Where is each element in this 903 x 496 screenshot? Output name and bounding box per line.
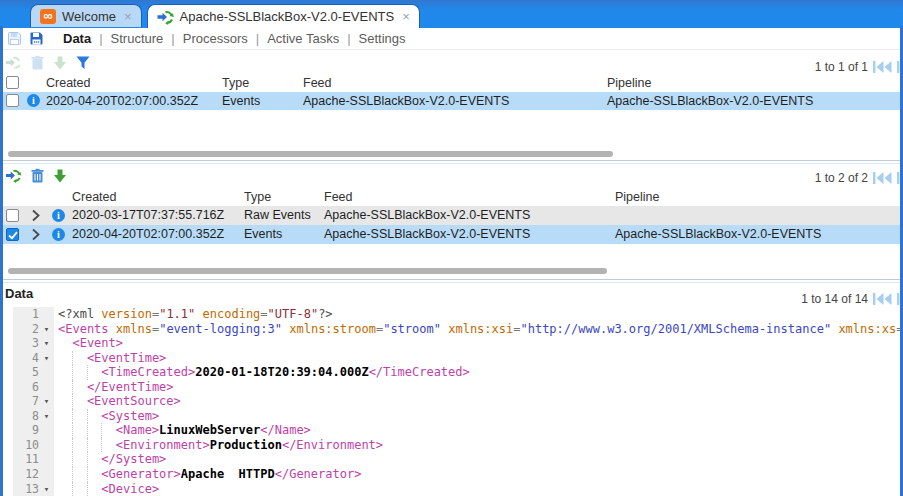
line-number: 12 bbox=[13, 467, 39, 482]
code-token: <EventTime> bbox=[87, 351, 166, 366]
indent-guide bbox=[87, 482, 101, 496]
info-icon[interactable]: i bbox=[27, 94, 40, 107]
info-icon[interactable]: i bbox=[52, 209, 65, 222]
indent-guide bbox=[87, 365, 101, 380]
fold-spacer bbox=[39, 452, 54, 467]
fold-spacer bbox=[39, 365, 54, 380]
menu-item-structure[interactable]: Structure bbox=[111, 31, 164, 46]
line-gutter: 6 bbox=[13, 380, 54, 395]
source-pane-pager: 1 to 1 of 1 bbox=[815, 60, 903, 74]
fold-toggle-icon[interactable]: ▾ bbox=[39, 482, 54, 496]
menu-item-processors[interactable]: Processors bbox=[183, 31, 248, 46]
indent-guide bbox=[87, 423, 101, 438]
table-row[interactable]: i 2020-04-20T02:07:00.352Z Events Apache… bbox=[3, 225, 900, 244]
code-token: <Generator> bbox=[101, 467, 180, 482]
code-line-content: <Environment>Production</Environment> bbox=[54, 438, 383, 453]
code-token: Apache HTTPD bbox=[181, 467, 275, 482]
cell-feed: Apache-SSLBlackBox-V2.0-EVENTS bbox=[324, 225, 530, 244]
menu-item-data[interactable]: Data bbox=[63, 31, 91, 46]
line-gutter: 12 bbox=[13, 467, 54, 482]
close-icon[interactable]: × bbox=[124, 9, 132, 24]
data-pane-title: Data bbox=[5, 286, 33, 301]
download-icon-disabled[interactable] bbox=[53, 56, 67, 70]
tab-events-stream[interactable]: Apache-SSLBlackBox-V2.0-EVENTS × bbox=[147, 4, 420, 28]
expand-chevron-icon[interactable] bbox=[30, 209, 41, 222]
indent-guide bbox=[87, 452, 101, 467]
process-icon[interactable] bbox=[5, 168, 22, 183]
fold-spacer bbox=[39, 380, 54, 395]
column-header-created[interactable]: Created bbox=[72, 188, 116, 206]
code-area[interactable]: 1<?xml version="1.1" encoding="UTF-8"?>2… bbox=[3, 307, 900, 496]
column-header-created[interactable]: Created bbox=[46, 74, 90, 92]
delete-icon[interactable] bbox=[31, 168, 44, 183]
info-icon[interactable]: i bbox=[52, 228, 65, 241]
code-line: 10<Environment>Production</Environment> bbox=[3, 438, 900, 453]
indent-guide bbox=[58, 351, 72, 366]
pager-range: 1 to 14 of 14 bbox=[801, 292, 868, 306]
first-page-icon[interactable] bbox=[873, 172, 892, 184]
first-page-icon[interactable] bbox=[873, 61, 892, 73]
fold-toggle-icon[interactable]: ▾ bbox=[39, 394, 54, 409]
download-icon[interactable] bbox=[53, 169, 67, 183]
menu-item-active-tasks[interactable]: Active Tasks bbox=[267, 31, 339, 46]
code-token: xmlns:stroom bbox=[289, 322, 376, 337]
line-number: 8 bbox=[13, 409, 39, 424]
pane-divider[interactable] bbox=[0, 160, 903, 164]
code-token: ?> bbox=[318, 307, 332, 322]
tab-welcome[interactable]: ∞ Welcome × bbox=[30, 4, 142, 27]
code-token: xmlns:xs bbox=[838, 322, 896, 337]
horizontal-scrollbar[interactable] bbox=[8, 151, 613, 157]
indent-guide bbox=[58, 467, 72, 482]
save-icon[interactable] bbox=[7, 31, 22, 46]
cell-type: Events bbox=[222, 92, 260, 110]
code-line: 9<Name>LinuxWebServer</Name> bbox=[3, 423, 900, 438]
column-header-type[interactable]: Type bbox=[222, 74, 249, 92]
stroom-app-window: { "colors": { "tabbar_blue": "#1f88ea", … bbox=[0, 0, 903, 496]
line-number: 10 bbox=[13, 438, 39, 453]
data-pane-pager: 1 to 14 of 14 bbox=[801, 292, 903, 306]
line-gutter: 3▾ bbox=[13, 336, 54, 351]
row-checkbox-checked[interactable] bbox=[6, 228, 19, 241]
expand-chevron-icon[interactable] bbox=[30, 228, 41, 241]
fold-toggle-icon[interactable]: ▾ bbox=[39, 336, 54, 351]
column-header-type[interactable]: Type bbox=[244, 188, 271, 206]
stroom-logo-icon: ∞ bbox=[40, 9, 56, 24]
select-all-checkbox[interactable] bbox=[6, 76, 19, 89]
line-number: 2 bbox=[13, 322, 39, 337]
line-gutter: 7▾ bbox=[13, 394, 54, 409]
indent-guide bbox=[72, 394, 86, 409]
menu-item-settings[interactable]: Settings bbox=[359, 31, 406, 46]
code-token: <TimeCreated> bbox=[101, 365, 195, 380]
column-header-feed[interactable]: Feed bbox=[303, 74, 332, 92]
indent-guide bbox=[72, 482, 86, 496]
code-line-content: <?xml version="1.1" encoding="UTF-8"?> bbox=[54, 307, 333, 322]
code-line: 6</EventTime> bbox=[3, 380, 900, 395]
column-header-pipeline[interactable]: Pipeline bbox=[615, 188, 659, 206]
fold-toggle-icon[interactable]: ▾ bbox=[39, 409, 54, 424]
close-icon[interactable]: × bbox=[402, 9, 410, 24]
column-header-feed[interactable]: Feed bbox=[324, 188, 353, 206]
filter-icon[interactable] bbox=[76, 56, 90, 70]
delete-icon-disabled[interactable] bbox=[31, 55, 44, 70]
cell-type: Events bbox=[244, 225, 282, 244]
code-token: <Events bbox=[58, 322, 109, 337]
table-row[interactable]: i 2020-03-17T07:37:55.716Z Raw Events Ap… bbox=[3, 206, 900, 225]
row-checkbox[interactable] bbox=[6, 209, 19, 222]
table-row[interactable]: i 2020-04-20T02:07:00.352Z Events Apache… bbox=[3, 92, 900, 110]
fold-toggle-icon[interactable]: ▾ bbox=[39, 322, 54, 337]
code-token: = bbox=[152, 307, 159, 322]
source-table-header: Created Type Feed Pipeline bbox=[3, 74, 900, 92]
row-checkbox[interactable] bbox=[6, 94, 19, 107]
fold-toggle-icon[interactable]: ▾ bbox=[39, 351, 54, 366]
pane-divider[interactable] bbox=[0, 279, 903, 283]
horizontal-scrollbar[interactable] bbox=[8, 268, 607, 274]
column-header-pipeline[interactable]: Pipeline bbox=[607, 74, 651, 92]
code-line: 1<?xml version="1.1" encoding="UTF-8"?> bbox=[3, 307, 900, 322]
save-as-icon[interactable] bbox=[29, 31, 44, 46]
indent-guide bbox=[72, 409, 86, 424]
code-token bbox=[109, 322, 116, 337]
indent-guide bbox=[58, 365, 72, 380]
process-icon-disabled[interactable] bbox=[5, 55, 22, 70]
code-line-content: <Generator>Apache HTTPD</Generator> bbox=[54, 467, 361, 482]
first-page-icon[interactable] bbox=[873, 293, 892, 305]
